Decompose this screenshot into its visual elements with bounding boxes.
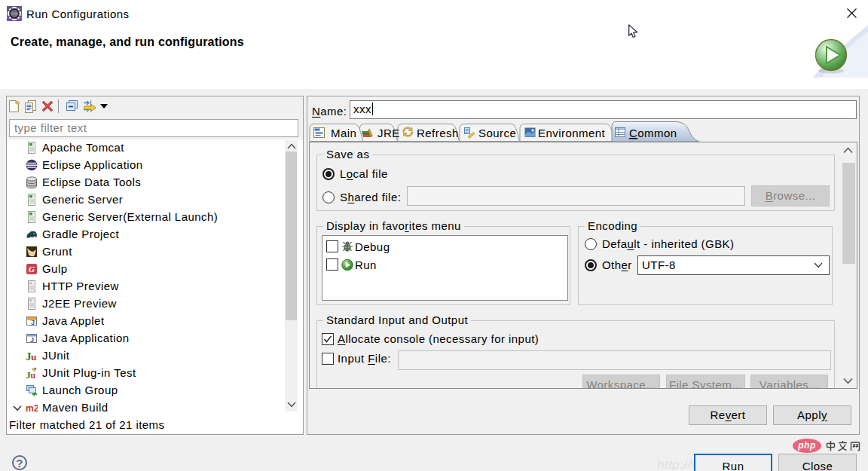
svg-text:Common: Common (629, 127, 677, 139)
svg-text:u: u (31, 370, 36, 379)
svg-text:Main: Main (331, 127, 356, 139)
svg-text:J: J (30, 336, 34, 344)
svg-text:m2: m2 (26, 403, 38, 414)
svg-text:Refresh: Refresh (417, 127, 459, 139)
svg-text:u: u (31, 351, 37, 362)
svg-text:Environment: Environment (538, 127, 606, 139)
svg-text:JRE: JRE (377, 127, 400, 139)
svg-text:G: G (29, 265, 35, 274)
svg-text:Source: Source (478, 127, 516, 139)
svg-text:J: J (31, 319, 35, 326)
